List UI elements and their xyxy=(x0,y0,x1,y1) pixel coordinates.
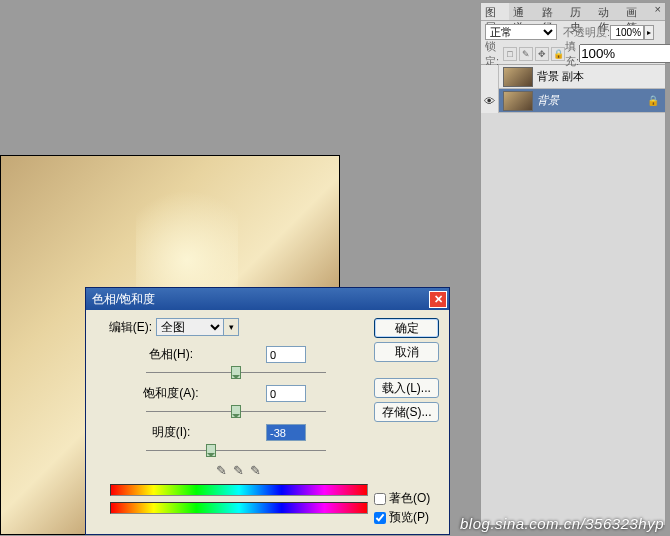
fill-label: 填充: xyxy=(565,39,579,69)
cancel-button[interactable]: 取消 xyxy=(374,342,439,362)
opacity-label: 不透明度: xyxy=(563,25,610,40)
dialog-titlebar[interactable]: 色相/饱和度 ✕ xyxy=(86,288,449,310)
hue-row: 色相(H): xyxy=(126,346,368,381)
opacity-dropdown-icon[interactable]: ▸ xyxy=(644,25,654,40)
tab-channels[interactable]: 通道 xyxy=(509,3,537,20)
edit-row: 编辑(E): 全图 ▾ xyxy=(96,318,368,336)
layer-name[interactable]: 背景 副本 xyxy=(537,69,665,84)
lightness-row: 明度(I): xyxy=(126,424,368,459)
visibility-toggle[interactable] xyxy=(481,65,499,89)
panel-close-icon[interactable]: × xyxy=(651,3,665,20)
tab-paths[interactable]: 路径 xyxy=(538,3,566,20)
eyedropper-add-icon[interactable]: ✎ xyxy=(233,463,244,478)
tab-layers[interactable]: 图层 xyxy=(481,3,509,20)
hue-slider[interactable] xyxy=(146,365,326,381)
tab-history[interactable]: 历史 xyxy=(566,3,594,20)
hue-slider-thumb[interactable] xyxy=(231,366,241,379)
spectrum-bar-top xyxy=(110,484,368,496)
saturation-input[interactable] xyxy=(266,385,306,402)
layer-name[interactable]: 背景 xyxy=(537,93,647,108)
dialog-buttons: 确定 取消 载入(L)... 存储(S)... 著色(O) 预览(P) xyxy=(374,318,439,528)
checkbox-group: 著色(O) 预览(P) xyxy=(374,490,439,528)
saturation-slider[interactable] xyxy=(146,404,326,420)
preview-checkbox[interactable] xyxy=(374,512,386,524)
hue-label: 色相(H): xyxy=(126,346,216,363)
lightness-slider[interactable] xyxy=(146,443,326,459)
layer-thumbnail[interactable] xyxy=(503,67,533,87)
colorize-checkbox[interactable] xyxy=(374,493,386,505)
lightness-input[interactable] xyxy=(266,424,306,441)
layer-row[interactable]: 背景 副本 xyxy=(481,65,665,89)
layer-thumbnail[interactable] xyxy=(503,91,533,111)
saturation-slider-thumb[interactable] xyxy=(231,405,241,418)
dialog-title: 色相/饱和度 xyxy=(92,291,155,308)
panel-tabs: 图层 通道 路径 历史 动作 画笔 × xyxy=(481,3,665,21)
hue-input[interactable] xyxy=(266,346,306,363)
edit-select[interactable]: 全图 xyxy=(156,318,224,336)
eyedropper-icon[interactable]: ✎ xyxy=(216,463,227,478)
load-button[interactable]: 载入(L)... xyxy=(374,378,439,398)
dialog-body: 编辑(E): 全图 ▾ 色相(H): 饱和度(A): xyxy=(86,310,449,536)
preview-checkbox-row[interactable]: 预览(P) xyxy=(374,509,439,526)
lock-all-icon[interactable]: 🔒 xyxy=(551,47,565,61)
watermark: blog.sina.com.cn/356323hyp xyxy=(460,515,664,532)
spectrum-bar-bottom xyxy=(110,502,368,514)
tab-brushes[interactable]: 画笔 xyxy=(622,3,650,20)
lock-transparent-icon[interactable]: □ xyxy=(503,47,517,61)
opacity-input[interactable] xyxy=(610,25,644,40)
lightness-label: 明度(I): xyxy=(126,424,216,441)
colorize-checkbox-row[interactable]: 著色(O) xyxy=(374,490,439,507)
eyedropper-subtract-icon[interactable]: ✎ xyxy=(250,463,261,478)
lock-icon: 🔒 xyxy=(647,95,661,106)
edit-label: 编辑(E): xyxy=(96,319,152,336)
lock-position-icon[interactable]: ✥ xyxy=(535,47,549,61)
dialog-controls: 编辑(E): 全图 ▾ 色相(H): 饱和度(A): xyxy=(96,318,368,528)
save-button[interactable]: 存储(S)... xyxy=(374,402,439,422)
close-button[interactable]: ✕ xyxy=(429,291,447,308)
layer-row[interactable]: 👁 背景 🔒 xyxy=(481,89,665,113)
ok-button[interactable]: 确定 xyxy=(374,318,439,338)
tab-actions[interactable]: 动作 xyxy=(594,3,622,20)
hue-saturation-dialog: 色相/饱和度 ✕ 编辑(E): 全图 ▾ 色相(H): xyxy=(85,287,450,535)
lightness-slider-thumb[interactable] xyxy=(206,444,216,457)
edit-dropdown-icon[interactable]: ▾ xyxy=(223,318,239,336)
lock-fill-row: 锁定: □ ✎ ✥ 🔒 填充: ▸ xyxy=(481,43,665,65)
lock-icons: □ ✎ ✥ 🔒 xyxy=(503,47,565,61)
visibility-toggle[interactable]: 👁 xyxy=(481,89,499,113)
saturation-row: 饱和度(A): xyxy=(126,385,368,420)
layers-panel: 图层 通道 路径 历史 动作 画笔 × 正常 不透明度: ▸ 锁定: □ ✎ ✥… xyxy=(480,2,666,522)
saturation-label: 饱和度(A): xyxy=(126,385,216,402)
layer-list: 背景 副本 👁 背景 🔒 xyxy=(481,65,665,525)
fill-input[interactable] xyxy=(579,44,670,63)
eyedropper-tools: ✎ ✎ ✎ xyxy=(216,463,368,478)
lock-pixels-icon[interactable]: ✎ xyxy=(519,47,533,61)
